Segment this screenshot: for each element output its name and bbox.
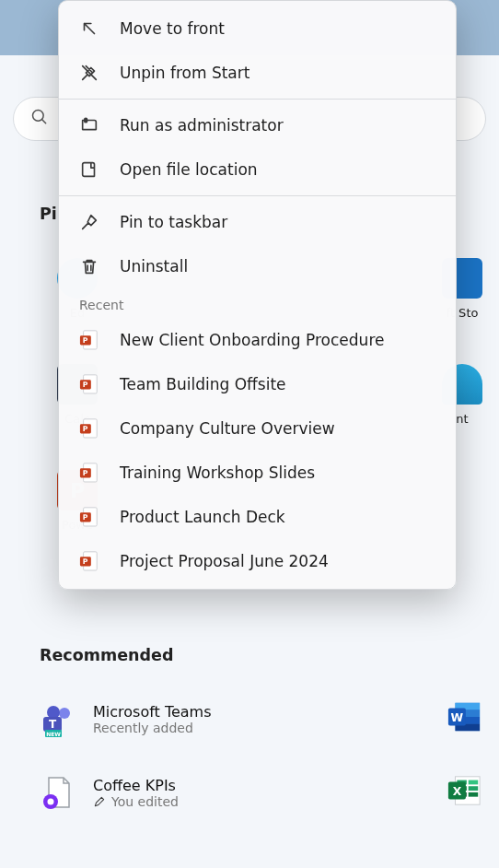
recent-file-item[interactable]: P Product Launch Deck (59, 495, 456, 539)
svg-text:X: X (453, 785, 462, 798)
powerpoint-file-icon: P (79, 417, 99, 440)
svg-rect-41 (469, 792, 478, 797)
recent-file-label: Team Building Offsite (120, 375, 286, 393)
svg-text:P: P (83, 469, 88, 477)
svg-text:P: P (83, 425, 88, 433)
context-menu-separator (59, 99, 456, 100)
context-menu-recent-heading: Recent (59, 288, 456, 318)
recent-file-item[interactable]: P Project Proposal June 2024 (59, 539, 456, 583)
svg-text:P: P (83, 381, 88, 389)
ctx-item-label: Uninstall (120, 257, 188, 276)
svg-text:T: T (49, 718, 57, 731)
ctx-item-label: Unpin from Start (120, 64, 250, 82)
search-icon (30, 108, 49, 130)
recent-file-label: Training Workshop Slides (120, 463, 315, 482)
recommended-item-name: Coffee KPIs (93, 777, 179, 794)
recommended-item-subtitle: You edited (93, 794, 179, 809)
svg-text:P: P (83, 557, 88, 566)
ctx-pin-to-taskbar[interactable]: Pin to taskbar (59, 200, 456, 244)
recommended-item-name: Microsoft Teams (93, 703, 212, 721)
ctx-open-file-location[interactable]: Open file location (59, 147, 456, 192)
powerpoint-file-icon: P (79, 462, 99, 484)
recent-file-label: Company Culture Overview (120, 419, 335, 438)
recent-file-item[interactable]: P Company Culture Overview (59, 406, 456, 451)
shield-icon (79, 115, 99, 135)
teams-icon: TNEW (40, 700, 76, 737)
recommended-item-subtitle: Recently added (93, 721, 212, 735)
svg-point-21 (47, 706, 60, 719)
pinned-section-heading: Pi (40, 205, 57, 223)
app-context-menu: Move to front Unpin from Start Run as ad… (58, 0, 457, 590)
recent-file-label: Product Launch Deck (120, 508, 285, 526)
document-icon (40, 774, 76, 811)
svg-text:W: W (451, 711, 464, 724)
recent-file-item[interactable]: P New Client Onboarding Procedure (59, 318, 456, 362)
svg-line-1 (42, 120, 46, 123)
recommended-list: TNEW Microsoft Teams Recently added W Co… (40, 700, 482, 811)
powerpoint-file-icon: P (79, 506, 99, 528)
powerpoint-file-icon: P (79, 373, 99, 395)
svg-rect-39 (469, 786, 478, 791)
svg-text:NEW: NEW (46, 731, 61, 737)
ctx-run-as-admin[interactable]: Run as administrator (59, 103, 456, 147)
recent-file-item[interactable]: P Training Workshop Slides (59, 451, 456, 495)
pinned-app-label: nt (456, 412, 468, 426)
svg-rect-37 (469, 780, 478, 785)
ctx-item-label: Pin to taskbar (120, 213, 227, 231)
pin-icon (79, 212, 99, 232)
context-menu-separator (59, 195, 456, 196)
folder-open-icon (79, 159, 99, 180)
ctx-item-label: Run as administrator (120, 116, 284, 135)
trash-icon (79, 256, 99, 276)
recommended-item-teams[interactable]: TNEW Microsoft Teams Recently added (40, 700, 212, 737)
arrow-top-left-icon (79, 18, 99, 39)
pencil-icon (93, 795, 106, 808)
recent-file-label: Project Proposal June 2024 (120, 552, 329, 570)
ctx-item-label: Move to front (120, 19, 225, 38)
svg-point-34 (48, 799, 54, 805)
ctx-uninstall[interactable]: Uninstall (59, 244, 456, 288)
ctx-unpin-from-start[interactable]: Unpin from Start (59, 51, 456, 95)
unpin-icon (79, 63, 99, 83)
excel-icon[interactable]: X (447, 773, 482, 812)
svg-text:P: P (83, 513, 88, 522)
recent-file-item[interactable]: P Team Building Offsite (59, 362, 456, 406)
recent-file-label: New Client Onboarding Procedure (120, 331, 384, 349)
powerpoint-file-icon: P (79, 550, 99, 572)
powerpoint-file-icon: P (79, 329, 99, 351)
svg-text:P: P (83, 336, 88, 345)
ctx-item-label: Open file location (120, 160, 258, 179)
ctx-move-to-front[interactable]: Move to front (59, 6, 456, 51)
recommended-item-coffee-kpis[interactable]: Coffee KPIs You edited (40, 774, 179, 811)
recommended-section-heading: Recommended (40, 646, 173, 664)
word-icon[interactable]: W (447, 699, 482, 738)
svg-point-20 (59, 708, 70, 719)
